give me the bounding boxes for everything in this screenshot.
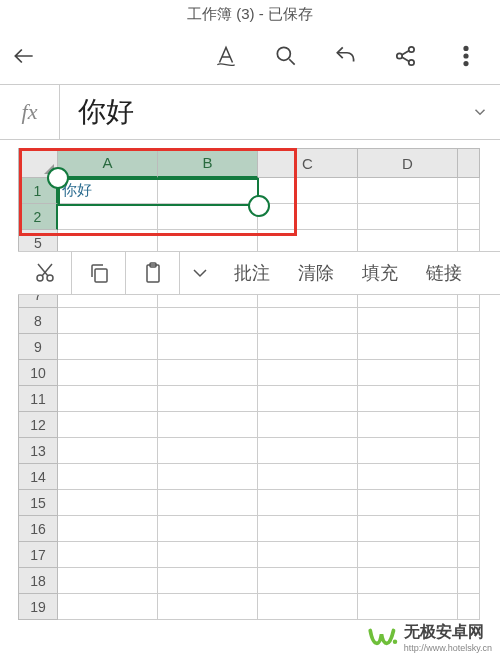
row-header-12[interactable]: 12 — [18, 412, 58, 438]
font-style-button[interactable] — [210, 40, 242, 72]
row-header-1[interactable]: 1 — [18, 178, 58, 204]
cell-D12[interactable] — [358, 412, 458, 438]
cell-E17[interactable] — [458, 542, 480, 568]
cell-A19[interactable] — [58, 594, 158, 620]
cell-E8[interactable] — [458, 308, 480, 334]
row-header-16[interactable]: 16 — [18, 516, 58, 542]
cell-D19[interactable] — [358, 594, 458, 620]
select-all-corner[interactable] — [18, 148, 58, 178]
clear-button[interactable]: 清除 — [284, 261, 348, 285]
row-header-19[interactable]: 19 — [18, 594, 58, 620]
row-header-9[interactable]: 9 — [18, 334, 58, 360]
back-button[interactable] — [8, 40, 40, 72]
more-button[interactable] — [450, 40, 482, 72]
fx-label[interactable]: fx — [0, 85, 60, 139]
row-header-13[interactable]: 13 — [18, 438, 58, 464]
cell-E1[interactable] — [458, 178, 480, 204]
undo-button[interactable] — [330, 40, 362, 72]
cell-B15[interactable] — [158, 490, 258, 516]
cell-B12[interactable] — [158, 412, 258, 438]
spreadsheet-grid[interactable]: A B C D 1 你好 2 — [18, 148, 500, 620]
cell-E14[interactable] — [458, 464, 480, 490]
cell-B8[interactable] — [158, 308, 258, 334]
column-header-A[interactable]: A — [58, 148, 158, 178]
cell-C17[interactable] — [258, 542, 358, 568]
cell-A12[interactable] — [58, 412, 158, 438]
row-header-15[interactable]: 15 — [18, 490, 58, 516]
cell-B18[interactable] — [158, 568, 258, 594]
cell-C13[interactable] — [258, 438, 358, 464]
formula-value[interactable]: 你好 — [60, 93, 460, 131]
cell-B9[interactable] — [158, 334, 258, 360]
share-button[interactable] — [390, 40, 422, 72]
row-header-10[interactable]: 10 — [18, 360, 58, 386]
column-header-C[interactable]: C — [258, 148, 358, 178]
cell-D18[interactable] — [358, 568, 458, 594]
cell-A2[interactable] — [58, 204, 158, 230]
cell-E11[interactable] — [458, 386, 480, 412]
cell-D11[interactable] — [358, 386, 458, 412]
cell-A9[interactable] — [58, 334, 158, 360]
link-button[interactable]: 链接 — [412, 261, 476, 285]
cell-E18[interactable] — [458, 568, 480, 594]
annotate-button[interactable]: 批注 — [220, 261, 284, 285]
cell-E16[interactable] — [458, 516, 480, 542]
cell-C10[interactable] — [258, 360, 358, 386]
cell-D2[interactable] — [358, 204, 458, 230]
cell-B10[interactable] — [158, 360, 258, 386]
cell-B13[interactable] — [158, 438, 258, 464]
cell-C1[interactable] — [258, 178, 358, 204]
cut-button[interactable] — [18, 252, 72, 294]
cell-E10[interactable] — [458, 360, 480, 386]
cell-D17[interactable] — [358, 542, 458, 568]
cell-D1[interactable] — [358, 178, 458, 204]
column-header-B[interactable]: B — [158, 148, 258, 178]
cell-B2[interactable] — [158, 204, 258, 230]
cell-E19[interactable] — [458, 594, 480, 620]
row-header-17[interactable]: 17 — [18, 542, 58, 568]
cell-B1[interactable] — [158, 178, 258, 204]
cell-D9[interactable] — [358, 334, 458, 360]
row-header-8[interactable]: 8 — [18, 308, 58, 334]
cell-A1[interactable]: 你好 — [58, 178, 158, 204]
cell-C16[interactable] — [258, 516, 358, 542]
cell-C19[interactable] — [258, 594, 358, 620]
cell-A14[interactable] — [58, 464, 158, 490]
fill-button[interactable]: 填充 — [348, 261, 412, 285]
row-header-11[interactable]: 11 — [18, 386, 58, 412]
cell-D15[interactable] — [358, 490, 458, 516]
cell-A15[interactable] — [58, 490, 158, 516]
cell-B14[interactable] — [158, 464, 258, 490]
cell-C15[interactable] — [258, 490, 358, 516]
cell-C9[interactable] — [258, 334, 358, 360]
cell-A11[interactable] — [58, 386, 158, 412]
cell-A8[interactable] — [58, 308, 158, 334]
cell-A16[interactable] — [58, 516, 158, 542]
search-button[interactable] — [270, 40, 302, 72]
row-header-18[interactable]: 18 — [18, 568, 58, 594]
cell-C18[interactable] — [258, 568, 358, 594]
cell-B11[interactable] — [158, 386, 258, 412]
cell-D8[interactable] — [358, 308, 458, 334]
formula-expand-button[interactable] — [460, 103, 500, 121]
column-header-extra[interactable] — [458, 148, 480, 178]
copy-button[interactable] — [72, 252, 126, 294]
paste-button[interactable] — [126, 252, 180, 294]
context-more-button[interactable] — [180, 252, 220, 294]
cell-D14[interactable] — [358, 464, 458, 490]
cell-B16[interactable] — [158, 516, 258, 542]
cell-E15[interactable] — [458, 490, 480, 516]
row-header-2[interactable]: 2 — [18, 204, 58, 230]
cell-A18[interactable] — [58, 568, 158, 594]
cell-C11[interactable] — [258, 386, 358, 412]
cell-C2[interactable] — [258, 204, 358, 230]
cell-C14[interactable] — [258, 464, 358, 490]
column-header-D[interactable]: D — [358, 148, 458, 178]
cell-D13[interactable] — [358, 438, 458, 464]
cell-E2[interactable] — [458, 204, 480, 230]
cell-D10[interactable] — [358, 360, 458, 386]
cell-D16[interactable] — [358, 516, 458, 542]
cell-E12[interactable] — [458, 412, 480, 438]
cell-E13[interactable] — [458, 438, 480, 464]
row-header-14[interactable]: 14 — [18, 464, 58, 490]
